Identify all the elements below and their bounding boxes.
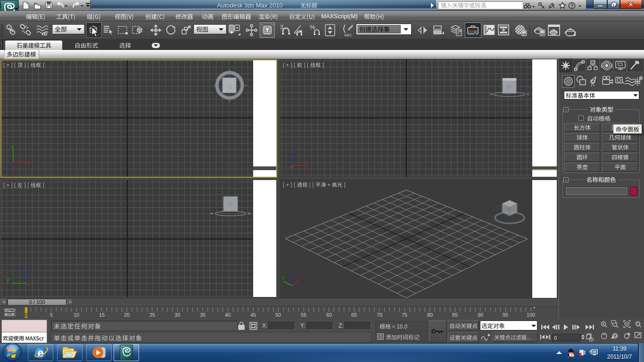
- svg-text:z: z: [7, 165, 9, 170]
- svg-text:%: %: [310, 24, 315, 31]
- svg-text:x: x: [31, 280, 33, 285]
- svg-text:x: x: [305, 164, 308, 169]
- svg-text:y: y: [282, 276, 285, 280]
- svg-text:y: y: [11, 144, 14, 149]
- svg-text:e: e: [38, 347, 44, 359]
- svg-text:ABC: ABC: [344, 33, 352, 37]
- svg-text:x: x: [300, 276, 302, 280]
- svg-text:z: z: [25, 266, 28, 272]
- svg-text:0: 0: [554, 335, 557, 341]
- svg-text:y: y: [7, 278, 9, 283]
- svg-text:z: z: [290, 271, 292, 275]
- svg-text:x: x: [27, 160, 30, 165]
- svg-text:?: ?: [570, 3, 573, 8]
- svg-text:z: z: [291, 148, 294, 154]
